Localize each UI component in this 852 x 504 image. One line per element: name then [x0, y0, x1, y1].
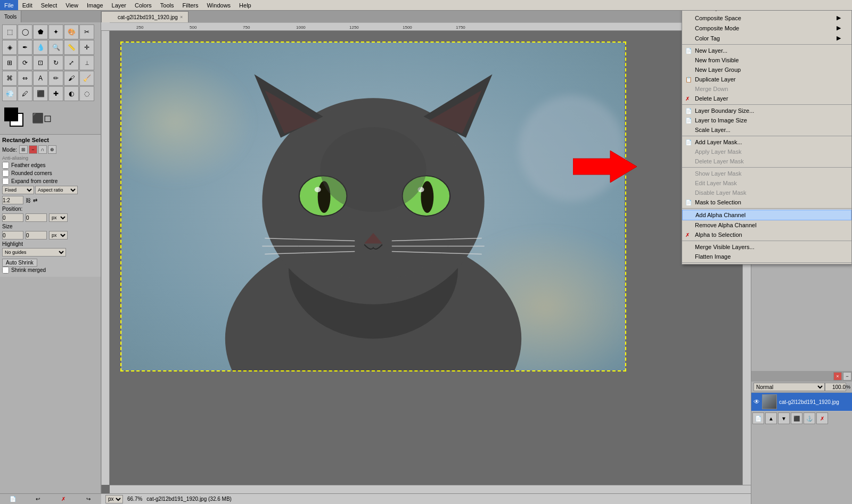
raise-layer-btn[interactable]: ▲	[765, 412, 777, 424]
tool-brush[interactable]: 🖌	[64, 71, 79, 86]
menu-filters[interactable]: Filters	[178, 0, 203, 10]
tool-free-select[interactable]: ⬟	[33, 24, 48, 39]
size-h-input[interactable]	[26, 231, 47, 239]
merge-visible-item[interactable]: Merge Visible Layers...	[682, 242, 851, 252]
new-layer-group-item[interactable]: New Layer Group	[682, 65, 851, 75]
rounded-corners-input[interactable]	[2, 170, 9, 177]
auto-shrink-button[interactable]: Auto Shrink	[2, 259, 37, 267]
tool-ink[interactable]: 🖊	[18, 86, 32, 101]
layer-to-image-item[interactable]: 📄 Layer to Image Size	[682, 115, 851, 125]
tool-text[interactable]: A	[33, 71, 48, 86]
tool-shear[interactable]: ⟂	[79, 55, 94, 70]
expand-centre-checkbox[interactable]: Expand from centre	[2, 178, 99, 185]
tool-scissors[interactable]: ✂	[79, 24, 94, 39]
size-w-input[interactable]	[2, 231, 23, 239]
tool-dodge[interactable]: ◐	[64, 86, 79, 101]
alpha-to-selection-item[interactable]: ✗ Alpha to Selection	[682, 230, 851, 239]
panel-close-btn[interactable]: ×	[833, 372, 842, 381]
menu-layer[interactable]: Layer	[108, 0, 131, 10]
menu-view[interactable]: View	[61, 0, 83, 10]
aspect-ratio-select[interactable]: Aspect ratio	[35, 186, 78, 194]
new-from-visible-item[interactable]: New from Visible	[682, 55, 851, 65]
mode-btn-1[interactable]: ⊞	[19, 145, 28, 154]
tool-clone[interactable]: ⬛	[33, 86, 48, 101]
undo-btn[interactable]: ↩	[32, 495, 44, 503]
duplicate-layer-item[interactable]: 📋 Duplicate Layer	[682, 75, 851, 84]
menu-edit[interactable]: Edit	[18, 0, 37, 10]
tool-scale[interactable]: ⤢	[64, 55, 79, 70]
expand-centre-input[interactable]	[2, 178, 9, 185]
cancel-btn[interactable]: ✗	[58, 495, 69, 503]
panel-min-btn[interactable]: −	[843, 372, 851, 381]
add-alpha-channel-item[interactable]: Add Alpha Channel	[682, 210, 851, 220]
flatten-image-item[interactable]: Flatten Image	[682, 252, 851, 261]
layer-visibility-eye[interactable]: 👁	[753, 398, 760, 406]
fixed-select[interactable]: Fixed	[2, 186, 34, 194]
tool-select-by-color[interactable]: 🎨	[64, 24, 79, 39]
new-image-btn[interactable]: 📄	[7, 495, 19, 503]
tool-move[interactable]: ✛	[79, 40, 94, 55]
menu-windows[interactable]: Windows	[202, 0, 235, 10]
redo-btn[interactable]: ↪	[83, 495, 94, 503]
guides-select[interactable]: No guides	[2, 248, 66, 257]
pos-x-input[interactable]	[2, 213, 23, 222]
tool-blur[interactable]: ◌	[79, 86, 94, 101]
composite-space-item[interactable]: Composite Space ▶	[682, 13, 851, 23]
lower-layer-btn[interactable]: ▼	[778, 412, 790, 424]
ratio-input[interactable]	[2, 196, 23, 204]
add-layer-mask-item[interactable]: 📄 Add Layer Mask...	[682, 137, 851, 147]
tool-align[interactable]: ⊞	[2, 55, 17, 70]
tool-zoom[interactable]: 🔍	[48, 40, 63, 55]
new-layer-btn[interactable]: 📄	[752, 412, 764, 424]
layer-item-cat[interactable]: 👁 cat-g2l12bd191_1920.jpg	[751, 393, 852, 411]
layer-boundary-item[interactable]: 📄 Layer Boundary Size...	[682, 106, 851, 115]
foreground-color[interactable]	[4, 108, 18, 121]
feather-edges-input[interactable]	[2, 162, 9, 169]
tool-eraser[interactable]: 🧹	[79, 71, 94, 86]
tool-paths[interactable]: ✒	[18, 40, 32, 55]
menu-file[interactable]: File	[0, 0, 18, 10]
menu-select[interactable]: Select	[37, 0, 62, 10]
duplicate-layer-btn[interactable]: ⬛	[791, 412, 802, 424]
tool-perspective[interactable]: ⌘	[2, 71, 17, 86]
tool-ellipse-select[interactable]: ◯	[18, 24, 32, 39]
scrollbar-horizontal[interactable]	[110, 485, 751, 493]
shrink-merged-input[interactable]	[2, 267, 9, 274]
pos-y-input[interactable]	[26, 213, 47, 222]
tool-heal[interactable]: ✚	[48, 86, 63, 101]
size-unit-select[interactable]: px	[49, 231, 68, 239]
rounded-corners-checkbox[interactable]: Rounded corners	[2, 170, 99, 177]
menu-image[interactable]: Image	[83, 0, 108, 10]
mode-btn-4[interactable]: ⊕	[48, 145, 56, 154]
opacity-input[interactable]	[825, 383, 846, 391]
remove-alpha-channel-item[interactable]: Remove Alpha Channel	[682, 220, 851, 230]
mask-to-selection-item[interactable]: 📄 Mask to Selection	[682, 197, 851, 207]
scale-layer-item[interactable]: Scale Layer...	[682, 125, 851, 135]
image-tab-cat[interactable]: cat-g2l12bd191_1920.jpg ×	[101, 11, 189, 22]
anchor-layer-btn[interactable]: ⚓	[804, 412, 815, 424]
tool-measure[interactable]: 📏	[64, 40, 79, 55]
layer-mode-select[interactable]: Normal	[753, 383, 825, 391]
shrink-merged-checkbox[interactable]: Shrink merged	[2, 267, 99, 274]
tool-rect-select[interactable]: ⬚	[2, 24, 17, 39]
feather-edges-checkbox[interactable]: Feather edges	[2, 162, 99, 169]
tool-color-picker[interactable]: 💧	[33, 40, 48, 55]
delete-layer-item[interactable]: ✗ Delete Layer	[682, 94, 851, 103]
menu-colors[interactable]: Colors	[130, 0, 156, 10]
tool-airbrush[interactable]: 💨	[2, 86, 17, 101]
tool-fuzzy-select[interactable]: ✦	[48, 24, 63, 39]
unit-select[interactable]: px	[105, 495, 123, 503]
tool-foreground-select[interactable]: ◈	[2, 40, 17, 55]
tool-flip[interactable]: ⇔	[18, 71, 32, 86]
tool-pencil[interactable]: ✏	[48, 71, 63, 86]
mode-btn-2[interactable]: −	[29, 145, 37, 154]
pos-unit-select[interactable]: px	[49, 213, 68, 222]
color-tag-item[interactable]: Color Tag ▶	[682, 33, 851, 43]
toolbox-tab-tools[interactable]: Tools	[0, 11, 21, 22]
fg-bg-color-area[interactable]	[4, 108, 26, 129]
composite-mode-item[interactable]: Composite Mode ▶	[682, 23, 851, 33]
tool-crop[interactable]: ⊡	[33, 55, 48, 70]
menu-help[interactable]: Help	[235, 0, 256, 10]
tab-close-btn[interactable]: ×	[180, 14, 183, 20]
mode-btn-3[interactable]: ∩	[38, 145, 47, 154]
